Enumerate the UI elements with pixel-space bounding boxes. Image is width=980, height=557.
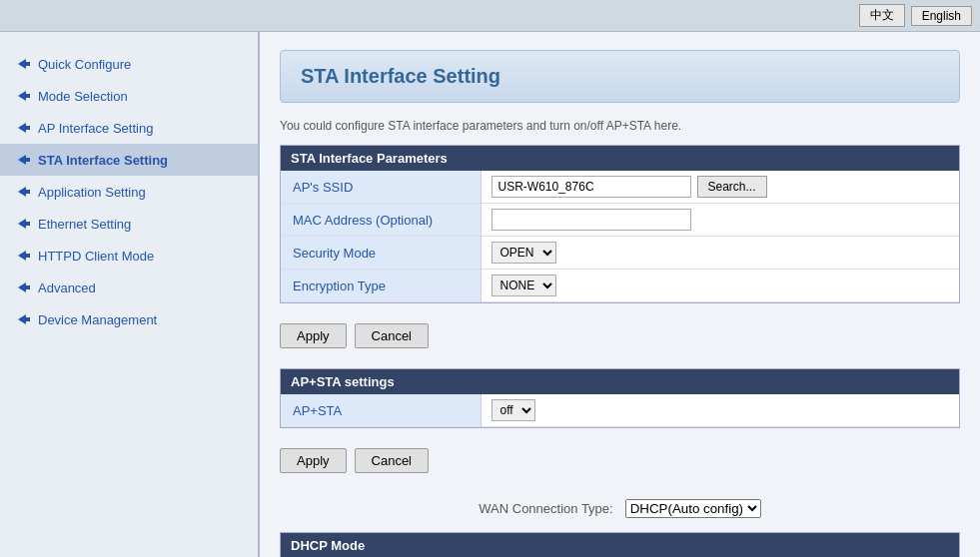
sidebar-item-label: Device Management (38, 312, 157, 327)
param-label: Security Mode (281, 237, 481, 270)
arrow-icon (16, 56, 32, 72)
sidebar-item-quick-configure[interactable]: Quick Configure (0, 48, 258, 80)
param-label: Encryption Type (281, 270, 481, 302)
wan-connection-row: WAN Connection Type: DHCP(Auto config)St… (280, 493, 960, 524)
apsta-table: AP+STAoffon (281, 394, 959, 427)
svg-marker-10 (18, 219, 26, 229)
apsta-header: AP+STA settings (281, 369, 959, 394)
wan-connection-select[interactable]: DHCP(Auto config)Static IPPPPoE (625, 499, 761, 518)
apsta-section: AP+STA settings AP+STAoffon (280, 368, 960, 428)
select-input[interactable]: offon (491, 399, 535, 421)
svg-rect-15 (26, 285, 30, 289)
select-input[interactable]: OPEN (491, 242, 556, 264)
svg-marker-16 (18, 314, 26, 324)
sta-params-button-row: Apply Cancel (280, 319, 960, 352)
svg-marker-0 (18, 59, 26, 69)
sta-params-table: AP's SSIDSearch...MAC Address (Optional)… (281, 171, 959, 302)
dhcp-header: DHCP Mode (281, 533, 959, 557)
arrow-icon (16, 120, 32, 136)
table-row: Security ModeOPEN (281, 237, 959, 270)
select-input[interactable]: NONE (491, 275, 556, 296)
table-row: AP+STAoffon (281, 394, 959, 427)
sidebar: Quick Configure Mode Selection AP Interf… (0, 32, 260, 557)
sidebar-item-application-setting[interactable]: Application Setting (0, 176, 258, 208)
sidebar-item-label: Quick Configure (38, 57, 131, 72)
arrow-icon (16, 248, 32, 264)
top-bar: 中文 English (0, 0, 980, 32)
sta-params-cancel-button[interactable]: Cancel (355, 323, 429, 348)
arrow-icon (16, 88, 32, 104)
table-row: MAC Address (Optional) (281, 204, 959, 237)
svg-rect-7 (26, 158, 30, 162)
sidebar-item-label: Ethernet Setting (38, 217, 131, 232)
sidebar-item-mode-selection[interactable]: Mode Selection (0, 80, 258, 112)
table-row: AP's SSIDSearch... (281, 171, 959, 204)
ssid-input[interactable] (491, 176, 691, 198)
param-value (481, 204, 959, 237)
english-button[interactable]: English (911, 6, 972, 26)
apsta-cancel-button[interactable]: Cancel (355, 448, 429, 473)
svg-rect-9 (26, 190, 30, 194)
sidebar-item-sta-interface-setting[interactable]: STA Interface Setting (0, 144, 258, 176)
svg-rect-11 (26, 222, 30, 226)
param-value: offon (481, 394, 959, 427)
sidebar-item-label: STA Interface Setting (38, 153, 168, 168)
param-label: AP's SSID (281, 171, 481, 204)
svg-rect-5 (26, 126, 30, 130)
sidebar-item-label: Advanced (38, 280, 96, 295)
arrow-icon (16, 152, 32, 168)
svg-rect-13 (26, 254, 30, 258)
sidebar-item-device-management[interactable]: Device Management (0, 303, 258, 335)
text-input[interactable] (491, 209, 691, 231)
param-value: NONE (481, 270, 959, 302)
sta-params-apply-button[interactable]: Apply (280, 323, 347, 348)
sidebar-item-label: AP Interface Setting (38, 121, 153, 136)
param-value: Search... (481, 171, 959, 204)
table-row: Encryption TypeNONE (281, 270, 959, 302)
param-label: AP+STA (281, 394, 481, 427)
sidebar-item-label: Application Setting (38, 185, 146, 200)
sidebar-item-ethernet-setting[interactable]: Ethernet Setting (0, 208, 258, 240)
svg-marker-14 (18, 282, 26, 292)
svg-marker-4 (18, 123, 26, 133)
svg-rect-1 (26, 62, 30, 66)
arrow-icon (16, 311, 32, 327)
sta-params-section: STA Interface Parameters AP's SSIDSearch… (280, 145, 960, 303)
param-value: OPEN (481, 237, 959, 270)
arrow-icon (16, 184, 32, 200)
svg-marker-12 (18, 251, 26, 261)
sta-params-header: STA Interface Parameters (281, 146, 959, 171)
sidebar-item-ap-interface-setting[interactable]: AP Interface Setting (0, 112, 258, 144)
svg-rect-17 (26, 317, 30, 321)
chinese-button[interactable]: 中文 (859, 4, 905, 27)
svg-marker-8 (18, 187, 26, 197)
sidebar-item-label: Mode Selection (38, 89, 128, 104)
dhcp-section: DHCP Mode Hostname(Optional) (280, 532, 960, 557)
page-title: STA Interface Setting (301, 65, 939, 88)
main-content: STA Interface Setting You could configur… (260, 32, 980, 557)
svg-marker-6 (18, 155, 26, 165)
apsta-apply-button[interactable]: Apply (280, 448, 347, 473)
search-button[interactable]: Search... (697, 176, 767, 198)
arrow-icon (16, 216, 32, 232)
arrow-icon (16, 279, 32, 295)
sidebar-item-advanced[interactable]: Advanced (0, 272, 258, 303)
page-description: You could configure STA interface parame… (280, 119, 960, 133)
svg-rect-3 (26, 94, 30, 98)
page-title-box: STA Interface Setting (280, 50, 960, 103)
svg-marker-2 (18, 91, 26, 101)
wan-connection-label: WAN Connection Type: (479, 501, 612, 516)
sidebar-item-label: HTTPD Client Mode (38, 249, 154, 264)
param-label: MAC Address (Optional) (281, 204, 481, 237)
apsta-button-row: Apply Cancel (280, 444, 960, 477)
sidebar-item-httpd-client-mode[interactable]: HTTPD Client Mode (0, 240, 258, 272)
